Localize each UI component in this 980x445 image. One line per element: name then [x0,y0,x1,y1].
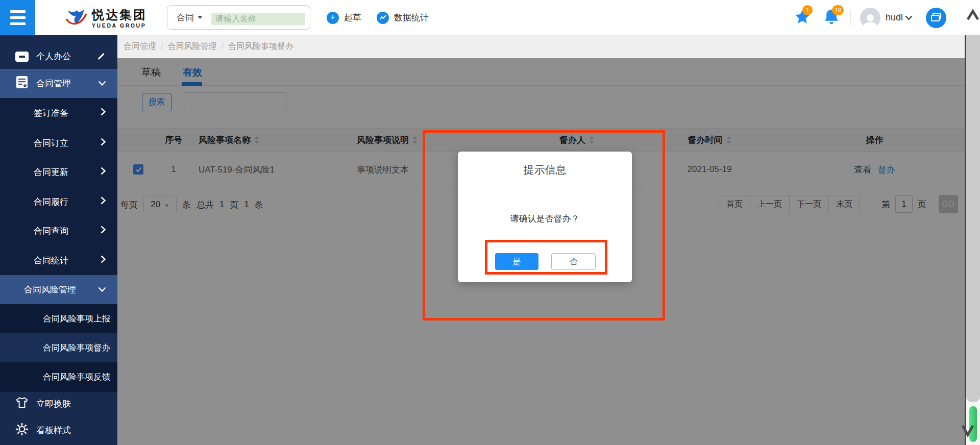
sidebar-item-contract-management[interactable]: 合同管理 [0,69,117,98]
chevron-down-icon [98,79,106,89]
chevron-right-icon [101,255,106,266]
confirm-dialog: 提示信息 请确认是否督办？ 是 否 [458,152,632,282]
top-navbar: 悦达集团 YUEDA GROUP 合同 + 起草 数据统计 1 19 [0,0,980,35]
chevron-right-icon [101,226,106,236]
draft-button[interactable]: + 起草 [327,0,361,35]
dropdown-caret-icon [198,16,203,19]
notifications-badge: 19 [832,5,844,15]
layers-app-button[interactable] [926,8,946,28]
scrollbar-track[interactable] [966,35,980,402]
chevron-down-icon [98,285,106,295]
sidebar-nav: 个人办公 合同管理 签订准备 合同订立 合同更新 合同履行 [0,35,117,445]
sidebar-item-contract-query[interactable]: 合同查询 [0,216,117,245]
gear-icon [15,423,29,438]
chevron-right-icon [101,196,106,207]
breadcrumb-item-current: 合同风险事项督办 [228,41,293,52]
scroll-up-arrow-icon[interactable] [966,7,979,24]
chevron-right-icon [101,138,106,149]
confirm-yes-button[interactable]: 是 [495,253,538,270]
data-statistics-button[interactable]: 数据统计 [377,0,429,35]
sidebar-item-contract-statistics[interactable]: 合同统计 [0,245,117,275]
chevron-right-icon [101,167,106,178]
breadcrumb-item[interactable]: 合同管理 [124,41,156,52]
tshirt-icon [15,397,29,411]
sidebar-item-personal-office[interactable]: 个人办公 [0,44,117,69]
hamburger-menu-icon[interactable] [0,0,35,35]
notifications-bell-icon[interactable]: 19 [824,9,839,27]
global-search-group: 合同 [167,5,310,30]
panel-right-border [965,35,966,445]
breadcrumb: 合同管理 / 合同风险管理 / 合同风险事项督办 [117,35,966,58]
breadcrumb-item[interactable]: 合同风险管理 [167,41,216,52]
username-dropdown[interactable]: hudl [886,12,913,23]
logo-swoosh-icon [64,6,88,31]
sidebar-item-change-skin[interactable]: 立即换肤 [0,392,117,415]
sidebar-item-contract-conclusion[interactable]: 合同订立 [0,128,117,158]
favorites-badge: 1 [802,5,813,15]
desktop-icon [15,52,29,62]
scroll-down-arrow-icon[interactable] [961,422,975,439]
dialog-message: 请确认是否督办？ [458,213,632,225]
sidebar-item-risk-supervise[interactable]: 合同风险事项督办 [0,333,117,362]
chevron-right-icon [101,108,106,118]
sidebar-item-signing-preparation[interactable]: 签订准备 [0,98,117,128]
dialog-title: 提示信息 [458,152,632,188]
navbar-right-cluster: 1 19 hudl [794,0,946,35]
sidebar-item-contract-risk-management[interactable]: 合同风险管理 [0,275,117,304]
plus-circle-icon: + [327,12,339,24]
logo-title: 悦达集团 [92,9,147,21]
chart-circle-icon [377,12,389,24]
company-logo: 悦达集团 YUEDA GROUP [64,6,147,31]
contract-doc-icon [15,76,29,91]
global-search-input[interactable] [211,13,305,25]
confirm-no-button[interactable]: 否 [551,253,596,270]
user-avatar[interactable] [860,8,880,28]
sidebar-item-kanban-style[interactable]: 看板样式 [0,415,117,445]
sidebar-item-risk-feedback[interactable]: 合同风险事项反馈 [0,362,117,392]
search-category-dropdown[interactable]: 合同 [177,12,203,23]
sidebar-item-contract-performance[interactable]: 合同履行 [0,187,117,216]
favorites-star-icon[interactable]: 1 [794,9,811,27]
logo-subtitle: YUEDA GROUP [92,23,147,29]
sidebar-item-risk-report[interactable]: 合同风险事项上报 [0,304,117,333]
edit-pencil-icon [97,53,104,60]
vertical-divider [850,10,851,26]
sidebar-item-contract-renewal[interactable]: 合同更新 [0,158,117,187]
chevron-down-icon [905,15,913,20]
